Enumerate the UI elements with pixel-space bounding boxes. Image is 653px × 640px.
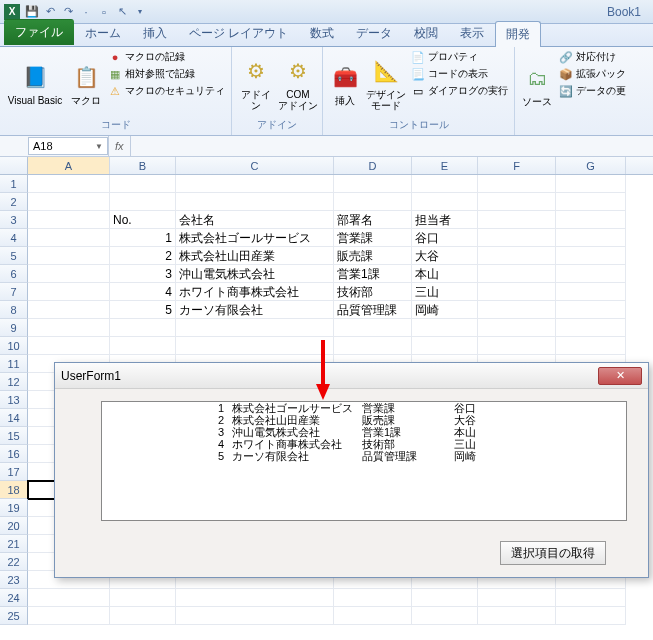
row-24[interactable]: 24 (0, 589, 28, 607)
col-E[interactable]: E (412, 157, 478, 174)
cell-C24[interactable] (176, 589, 334, 607)
cursor-icon[interactable]: ↖ (114, 4, 130, 20)
row-16[interactable]: 16 (0, 445, 28, 463)
cell-A10[interactable] (28, 337, 110, 355)
cell-E7[interactable]: 三山 (412, 283, 478, 301)
cell-A7[interactable] (28, 283, 110, 301)
cell-B2[interactable] (110, 193, 176, 211)
cell-D10[interactable] (334, 337, 412, 355)
cell-B10[interactable] (110, 337, 176, 355)
cell-A5[interactable] (28, 247, 110, 265)
cell-D7[interactable]: 技術部 (334, 283, 412, 301)
cell-G9[interactable] (556, 319, 626, 337)
close-button[interactable]: ✕ (598, 367, 642, 385)
list-item[interactable]: 1株式会社ゴールサービス営業課谷口 (102, 402, 626, 414)
row-15[interactable]: 15 (0, 427, 28, 445)
row-4[interactable]: 4 (0, 229, 28, 247)
cell-C4[interactable]: 株式会社ゴールサービス (176, 229, 334, 247)
row-25[interactable]: 25 (0, 607, 28, 625)
cell-C1[interactable] (176, 175, 334, 193)
cell-E10[interactable] (412, 337, 478, 355)
cell-E1[interactable] (412, 175, 478, 193)
col-G[interactable]: G (556, 157, 626, 174)
cell-A24[interactable] (28, 589, 110, 607)
record-macro-button[interactable]: ●マクロの記録 (106, 49, 227, 65)
cell-F4[interactable] (478, 229, 556, 247)
list-item[interactable]: 2株式会社山田産業販売課大谷 (102, 414, 626, 426)
row-14[interactable]: 14 (0, 409, 28, 427)
row-10[interactable]: 10 (0, 337, 28, 355)
cell-G2[interactable] (556, 193, 626, 211)
visual-basic-button[interactable]: 📘 Visual Basic (4, 49, 66, 117)
macro-security-button[interactable]: ⚠マクロのセキュリティ (106, 83, 227, 99)
cell-A3[interactable] (28, 211, 110, 229)
cell-A1[interactable] (28, 175, 110, 193)
cell-A8[interactable] (28, 301, 110, 319)
cell-B3[interactable]: No. (110, 211, 176, 229)
cell-D9[interactable] (334, 319, 412, 337)
cell-A2[interactable] (28, 193, 110, 211)
fx-icon[interactable]: fx (115, 140, 124, 152)
cell-G7[interactable] (556, 283, 626, 301)
tab-file[interactable]: ファイル (4, 19, 74, 45)
tab-developer[interactable]: 開発 (495, 21, 541, 47)
cell-B24[interactable] (110, 589, 176, 607)
properties-button[interactable]: 📄プロパティ (409, 49, 510, 65)
cell-A9[interactable] (28, 319, 110, 337)
cell-A6[interactable] (28, 265, 110, 283)
cell-G3[interactable] (556, 211, 626, 229)
view-code-button[interactable]: 📃コードの表示 (409, 66, 510, 82)
formula-input[interactable] (131, 137, 653, 155)
cell-B8[interactable]: 5 (110, 301, 176, 319)
cell-C8[interactable]: カーソ有限会社 (176, 301, 334, 319)
undo-icon[interactable]: ↶ (42, 4, 58, 20)
cell-E4[interactable]: 谷口 (412, 229, 478, 247)
tab-pagelayout[interactable]: ページ レイアウト (178, 20, 299, 46)
row-2[interactable]: 2 (0, 193, 28, 211)
cell-C9[interactable] (176, 319, 334, 337)
cell-F10[interactable] (478, 337, 556, 355)
cell-G1[interactable] (556, 175, 626, 193)
cell-B6[interactable]: 3 (110, 265, 176, 283)
tab-view[interactable]: 表示 (449, 20, 495, 46)
cell-D6[interactable]: 営業1課 (334, 265, 412, 283)
cell-C7[interactable]: ホワイト商事株式会社 (176, 283, 334, 301)
col-C[interactable]: C (176, 157, 334, 174)
cell-D1[interactable] (334, 175, 412, 193)
cell-B4[interactable]: 1 (110, 229, 176, 247)
cell-D2[interactable] (334, 193, 412, 211)
cell-B7[interactable]: 4 (110, 283, 176, 301)
cell-C2[interactable] (176, 193, 334, 211)
row-20[interactable]: 20 (0, 517, 28, 535)
cell-D4[interactable]: 営業課 (334, 229, 412, 247)
list-item[interactable]: 3沖山電気株式会社営業1課本山 (102, 426, 626, 438)
cell-G8[interactable] (556, 301, 626, 319)
listbox[interactable]: 1株式会社ゴールサービス営業課谷口2株式会社山田産業販売課大谷3沖山電気株式会社… (101, 401, 627, 521)
cell-F7[interactable] (478, 283, 556, 301)
tab-home[interactable]: ホーム (74, 20, 132, 46)
cell-G24[interactable] (556, 589, 626, 607)
cell-G4[interactable] (556, 229, 626, 247)
col-D[interactable]: D (334, 157, 412, 174)
cell-F1[interactable] (478, 175, 556, 193)
qat-dropdown-icon[interactable]: ▾ (132, 4, 148, 20)
cell-C6[interactable]: 沖山電気株式会社 (176, 265, 334, 283)
cell-D24[interactable] (334, 589, 412, 607)
cell-G10[interactable] (556, 337, 626, 355)
row-7[interactable]: 7 (0, 283, 28, 301)
cell-A4[interactable] (28, 229, 110, 247)
insert-control-button[interactable]: 🧰 挿入 (327, 49, 363, 117)
relative-ref-button[interactable]: ▦相対参照で記録 (106, 66, 227, 82)
com-addins-button[interactable]: ⚙ COM アドイン (278, 49, 318, 117)
cell-F9[interactable] (478, 319, 556, 337)
cell-C25[interactable] (176, 607, 334, 625)
save-icon[interactable]: 💾 (24, 4, 40, 20)
tab-review[interactable]: 校閲 (403, 20, 449, 46)
col-B[interactable]: B (110, 157, 176, 174)
cell-B5[interactable]: 2 (110, 247, 176, 265)
row-11[interactable]: 11 (0, 355, 28, 373)
userform-titlebar[interactable]: UserForm1 ✕ (55, 363, 648, 389)
col-A[interactable]: A (28, 157, 110, 174)
cell-F8[interactable] (478, 301, 556, 319)
row-3[interactable]: 3 (0, 211, 28, 229)
